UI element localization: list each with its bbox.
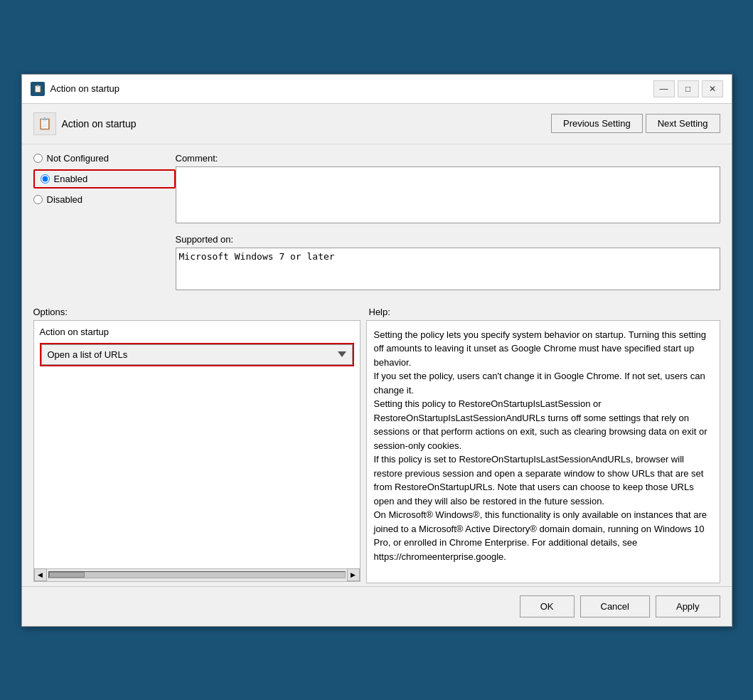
comment-label: Comment:	[176, 153, 720, 164]
enabled-radio[interactable]: Enabled	[33, 169, 176, 189]
enabled-label: Enabled	[54, 174, 88, 184]
action-dropdown[interactable]: Open a list of URLs Restore the last ses…	[41, 344, 353, 365]
disabled-label: Disabled	[47, 194, 83, 205]
not-configured-radio[interactable]: Not Configured	[33, 153, 176, 164]
help-paragraph-3: Setting this policy to RestoreOnStartupI…	[374, 397, 712, 452]
radio-comment-row: Not Configured Enabled Disabled Comment:…	[33, 153, 720, 298]
scroll-thumb-horizontal	[49, 572, 85, 578]
help-paragraph-2: If you set the policy, users can't chang…	[374, 369, 712, 397]
header-title: Action on startup	[62, 118, 137, 129]
help-panel: Setting the policy lets you specify syst…	[361, 320, 720, 583]
window-icon: 📋	[31, 82, 45, 96]
comment-section: Comment:	[176, 153, 720, 226]
header-icon: 📋	[33, 112, 56, 135]
options-title: Action on startup	[40, 327, 354, 337]
help-paragraph-4: If this policy is set to RestoreOnStartu…	[374, 452, 712, 508]
panels-row: Action on startup Open a list of URLs Re…	[33, 320, 720, 583]
supported-label: Supported on:	[176, 234, 720, 245]
title-bar: 📋 Action on startup — □ ✕	[22, 75, 732, 104]
nav-buttons: Previous Setting Next Setting	[551, 114, 720, 133]
header-left: 📋 Action on startup	[33, 112, 137, 135]
dialog-header: 📋 Action on startup Previous Setting Nex…	[22, 104, 732, 144]
main-window: 📋 Action on startup — □ ✕ 📋 Action on st…	[21, 74, 732, 627]
dropdown-container: Open a list of URLs Restore the last ses…	[40, 343, 354, 366]
scroll-left-button[interactable]: ◀	[34, 568, 47, 581]
not-configured-input[interactable]	[33, 154, 43, 163]
previous-setting-button[interactable]: Previous Setting	[551, 114, 643, 133]
options-panel: Action on startup Open a list of URLs Re…	[33, 320, 361, 583]
main-content: Not Configured Enabled Disabled Comment:…	[22, 144, 732, 586]
comment-textarea[interactable]	[176, 166, 720, 223]
window-controls: — □ ✕	[653, 80, 723, 97]
help-header: Help:	[361, 307, 720, 317]
help-paragraph-5: On Microsoft® Windows®, this functionali…	[374, 508, 712, 563]
next-setting-button[interactable]: Next Setting	[646, 114, 720, 133]
cancel-button[interactable]: Cancel	[580, 595, 650, 617]
ok-button[interactable]: OK	[520, 595, 575, 617]
window-title: Action on startup	[50, 83, 120, 94]
help-paragraph-1: Setting the policy lets you specify syst…	[374, 328, 712, 370]
disabled-input[interactable]	[33, 195, 43, 204]
options-content: Action on startup Open a list of URLs Re…	[33, 320, 361, 569]
close-button[interactable]: ✕	[702, 80, 723, 97]
help-label: Help:	[369, 307, 390, 317]
scroll-right-button[interactable]: ▶	[347, 568, 360, 581]
apply-button[interactable]: Apply	[656, 595, 720, 617]
supported-textarea	[176, 248, 720, 290]
title-bar-left: 📋 Action on startup	[31, 82, 120, 96]
radio-section: Not Configured Enabled Disabled	[33, 153, 176, 205]
scroll-track-horizontal	[48, 571, 346, 578]
supported-section: Supported on:	[176, 234, 720, 292]
horizontal-scrollbar[interactable]: ◀ ▶	[33, 569, 361, 582]
maximize-button[interactable]: □	[678, 80, 699, 97]
not-configured-label: Not Configured	[47, 153, 109, 164]
options-header: Options:	[33, 307, 361, 317]
help-content[interactable]: Setting the policy lets you specify syst…	[366, 320, 720, 583]
footer: OK Cancel Apply	[22, 586, 732, 626]
options-label: Options:	[33, 307, 68, 317]
enabled-input[interactable]	[41, 174, 50, 184]
section-labels: Options: Help:	[33, 307, 720, 317]
disabled-radio[interactable]: Disabled	[33, 194, 176, 205]
minimize-button[interactable]: —	[653, 80, 675, 97]
